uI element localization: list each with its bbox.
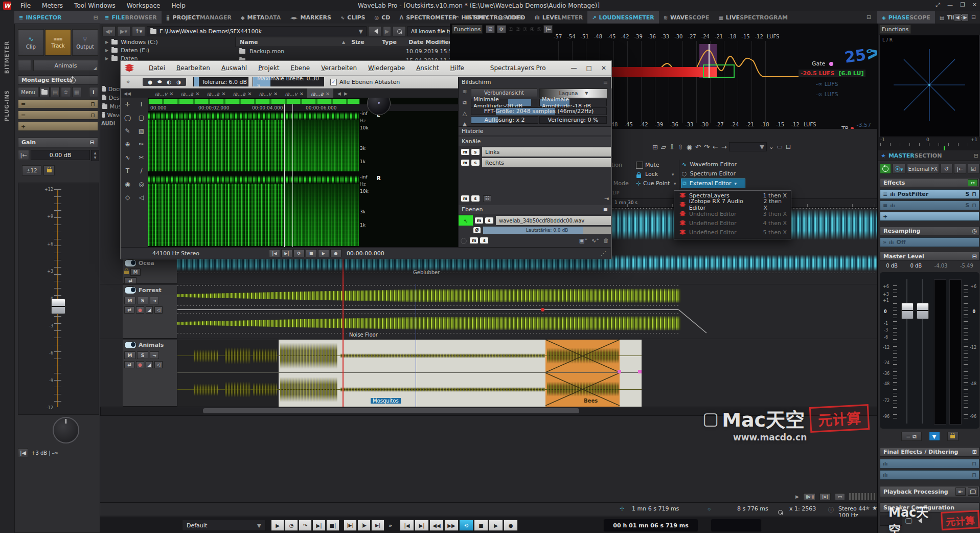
col-name[interactable]: Name [236, 39, 342, 46]
workspace-tab[interactable]: ▦ LIVESPECTROGRAM [714, 11, 792, 24]
transport-button[interactable]: ↷ [299, 520, 312, 531]
sl-project-tab[interactable]: ıa...a ✕ [307, 88, 333, 99]
range-button[interactable]: ±12 [22, 165, 41, 175]
sl-project-tab[interactable]: ıa...v ✕ [151, 88, 177, 99]
grid-icon[interactable]: ⊞ [972, 449, 977, 455]
play-small-icon[interactable]: ▶ [795, 494, 799, 499]
clip-waveform-lower[interactable] [177, 315, 680, 332]
selection-length[interactable]: 8 s 776 ms [737, 505, 768, 512]
cursor-position[interactable]: 1 mn 6 s 719 ms [632, 505, 679, 512]
transport-expand-icon[interactable]: » [389, 522, 392, 529]
footer-reset-button[interactable]: |◀ [18, 448, 28, 457]
lock-button[interactable] [43, 165, 55, 175]
solo-icon[interactable]: S [965, 191, 969, 197]
tree-row[interactable]: Desk [102, 94, 123, 102]
sl-tool-icon[interactable]: ∕ [134, 164, 148, 177]
toolbar-icon[interactable]: ← [713, 143, 718, 151]
workspace-tab[interactable]: ▤ VIDEO [493, 11, 530, 24]
rail-bitmeter-tab[interactable]: BITMETER [4, 41, 10, 74]
amp-view-icon[interactable]: ⧉ [460, 99, 470, 106]
transport-button[interactable]: ● [504, 520, 518, 531]
clock-icon[interactable]: ◷ [972, 228, 977, 234]
clip-tab[interactable]: ∿ Clip [18, 29, 44, 56]
reset-gain-button[interactable]: |← [18, 150, 29, 160]
clip-label-mosquitos[interactable]: Mosquitos [371, 398, 401, 404]
power-icon[interactable] [70, 77, 76, 83]
sl-project-tab[interactable]: ıa...v ✕ [256, 88, 282, 99]
tab-scroll-left-icon[interactable]: ◀ [954, 13, 961, 21]
back-button[interactable]: ◀▾ [102, 26, 116, 36]
sl-project-tab[interactable]: ıa...v ✕ [281, 88, 307, 99]
shape-icon[interactable]: ⬬ [157, 79, 162, 85]
expand-icon[interactable]: ▶ [105, 40, 108, 45]
gain-value-left[interactable]: 0 dB [886, 263, 898, 269]
maximize-icon[interactable]: ❐ [960, 2, 965, 8]
layer-row[interactable]: ∿ m s wavelab_34b50cdf8bdddc00.wav [459, 215, 611, 226]
external-editor-menu-item[interactable]: Undefined Editor 5 then X [674, 228, 791, 237]
sl-menu-item[interactable]: Wiedergabe [362, 64, 411, 72]
mute-checkbox[interactable] [636, 162, 643, 169]
dropdown-arrow-icon[interactable]: ▼ [359, 28, 363, 35]
fader-handle[interactable] [51, 299, 65, 314]
sl-menu-item[interactable]: Bearbeiten [171, 64, 216, 72]
effect-slot-1[interactable]: = ⊓ [18, 99, 98, 108]
preset-2-icon[interactable]: ② [515, 26, 520, 33]
sl-menu-item[interactable]: Datei [143, 64, 171, 72]
zoom-factor[interactable]: x 1: 2563 [789, 505, 816, 512]
max-amplitude-field[interactable]: Maximale Amplitude:-18 dB [539, 99, 607, 106]
tab-next-icon[interactable]: ▶ [344, 91, 348, 96]
transport-button[interactable]: ▶ [489, 520, 503, 531]
flatten-icon[interactable]: ⇥ [604, 195, 609, 202]
transport-button[interactable]: ▶| [371, 520, 384, 531]
unlock-button[interactable] [947, 432, 959, 441]
lock-icon[interactable] [636, 174, 641, 178]
zoom-preset-dropdown[interactable]: ▼ [729, 142, 767, 151]
resize-grip-icon[interactable]: ⋰ [601, 250, 606, 257]
tab-close-icon[interactable]: ✕ [247, 91, 252, 97]
sl-tool-icon[interactable]: ✎ [121, 124, 134, 138]
workspace-tab[interactable]: ≋ WAVESCOPE [659, 11, 714, 24]
channel-mute-button[interactable]: m [461, 159, 470, 166]
bypass-icon[interactable]: ⊓ [90, 101, 95, 107]
monitor-icon[interactable]: 🖵 [968, 487, 978, 496]
path-field[interactable]: E:\Uwe\WaveLab Demos\SFX44100k ▼ [147, 26, 367, 36]
tab-close-icon[interactable]: ✕ [326, 91, 330, 97]
time-display[interactable]: 00 h 01 mn 06 s 719 ms [603, 519, 698, 532]
sl-tool-icon[interactable]: ✑ [134, 138, 148, 151]
preset-1-icon[interactable]: ① [508, 26, 513, 33]
track-selector[interactable]: Animals ◢ [33, 60, 98, 71]
open-preset-button[interactable] [39, 87, 50, 97]
fold-button[interactable]: ◢ [146, 306, 153, 314]
tree-row[interactable]: ▶ Daten (E:) [102, 46, 225, 54]
sl-menu-item[interactable]: Ebene [285, 64, 316, 72]
expand-icon[interactable]: ▶ [105, 48, 108, 53]
sl-tool-icon[interactable]: ✛ [121, 98, 134, 111]
transport-button[interactable]: ■ [474, 520, 488, 531]
master-power-button[interactable] [880, 164, 891, 174]
monitor-button[interactable]: ◁ [154, 361, 163, 368]
workspace-tab[interactable]: ↶ HISTORY [450, 11, 493, 24]
channel-solo-button[interactable]: s [471, 159, 480, 166]
final-fx-slot-2[interactable]: ılı⊓ [880, 470, 979, 480]
toolbar-icon[interactable]: ⇩ [669, 143, 675, 151]
track-monitor-toggle[interactable] [124, 341, 136, 349]
sl-tool-icon[interactable]: ◇ [121, 191, 134, 204]
minimize-icon[interactable]: — [947, 2, 953, 8]
view-mode-3[interactable]: ▭ [835, 493, 845, 500]
layer-volume-bar[interactable]: Lautstärke: 0.0 dB [483, 227, 611, 234]
sl-transport-button[interactable]: ● [330, 249, 341, 257]
mute-button[interactable]: M [124, 351, 135, 359]
check-icon[interactable]: ☑ [486, 25, 495, 33]
workspace-tab[interactable]: ⣿ PROJECTMANAGER [162, 11, 236, 24]
sl-tool-icon[interactable]: ◁ [134, 191, 148, 204]
toolbar-icon[interactable]: ⌄ [769, 143, 774, 150]
toolbar-icon[interactable]: ▭ [777, 143, 783, 150]
record-button[interactable]: ● [136, 361, 144, 368]
rail-plugins-tab[interactable]: PLUG-INS [4, 90, 10, 121]
tab-close-icon[interactable]: ✕ [274, 91, 278, 97]
sl-tool-icon[interactable]: T [121, 164, 134, 177]
mute-button[interactable]: m [469, 237, 478, 244]
loudness-functions-button[interactable]: Functions [452, 25, 483, 34]
refinement-field[interactable]: Verfeinerung: 0 % [539, 116, 607, 124]
sl-transport-button[interactable]: ⟳ [293, 249, 305, 257]
